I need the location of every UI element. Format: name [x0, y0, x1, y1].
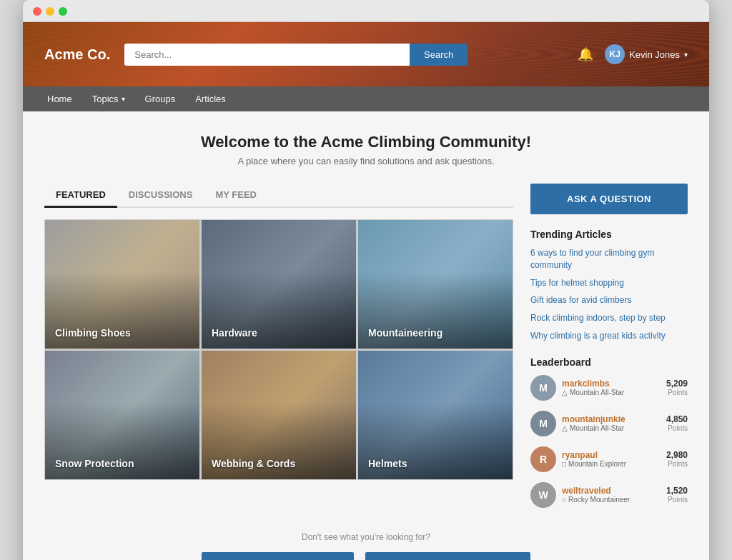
lb-avatar-1: M	[530, 375, 556, 401]
lb-avatar-2: M	[530, 411, 556, 436]
lb-points-2: 4,850	[666, 414, 688, 424]
sidebar: ASK A QUESTION Trending Articles 6 ways …	[530, 184, 688, 518]
footer-area: Don't see what you're looking for? ASK A…	[44, 518, 688, 560]
header-right: 🔔 KJ Kevin Jones ▾	[578, 44, 688, 64]
category-label-hardware: Hardware	[212, 327, 257, 339]
search-button[interactable]: Search	[410, 44, 468, 66]
dot-minimize[interactable]	[46, 7, 54, 16]
browser-window: Acme Co. Search 🔔 KJ Kevin Jones ▾ Home …	[23, 0, 709, 560]
category-label-helmets: Helmets	[368, 458, 407, 469]
user-name: Kevin Jones	[629, 49, 680, 60]
category-label-snow: Snow Protection	[55, 458, 134, 469]
user-menu[interactable]: KJ Kevin Jones ▾	[605, 44, 688, 64]
site-nav: Home Topics ▾ Groups Articles	[23, 86, 709, 111]
lb-points-4: 1,520	[666, 486, 688, 496]
lb-badge-2: △ Mountain All-Star	[562, 424, 661, 432]
leaderboard-item-3: R ryanpaul □ Mountain Explorer 2,980 Poi…	[530, 446, 688, 472]
trending-title: Trending Articles	[530, 229, 688, 240]
page-subtitle: A place where you can easily find soluti…	[44, 156, 688, 166]
nav-articles[interactable]: Articles	[185, 86, 236, 111]
trending-article-5[interactable]: Why climbing is a great kids activity	[530, 330, 688, 342]
tab-discussions[interactable]: DISCUSSIONS	[117, 184, 204, 208]
lb-badge-3: □ Mountain Explorer	[562, 460, 661, 468]
category-label-mountaineering: Mountaineering	[368, 327, 442, 339]
lb-points-3: 2,980	[666, 450, 688, 460]
nav-groups[interactable]: Groups	[135, 86, 186, 111]
site-header: Acme Co. Search 🔔 KJ Kevin Jones ▾	[23, 22, 709, 86]
page-title: Welcome to the Acme Climbing Community!	[44, 133, 688, 151]
lb-username-3[interactable]: ryanpaul	[562, 450, 661, 460]
category-label-shoes: Climbing Shoes	[55, 327, 131, 339]
lb-username-1[interactable]: markclimbs	[562, 379, 661, 389]
lb-avatar-3: R	[530, 446, 556, 472]
dot-close[interactable]	[33, 7, 41, 16]
lb-avatar-4: W	[530, 482, 556, 508]
category-card-webbing-cords[interactable]: Webbing & Cords	[202, 351, 356, 479]
footer-buttons: ASK A QUESTION CONTACT SUPPORT	[44, 552, 688, 560]
category-card-climbing-shoes[interactable]: Climbing Shoes	[45, 220, 199, 349]
trending-articles-section: Trending Articles 6 ways to find your cl…	[530, 229, 688, 342]
category-label-webbing: Webbing & Cords	[212, 458, 295, 469]
search-bar: Search	[124, 44, 468, 66]
trending-article-3[interactable]: Gift ideas for avid climbers	[530, 294, 688, 306]
leaderboard-item-2: M mountainjunkie △ Mountain All-Star 4,8…	[530, 411, 688, 436]
category-card-helmets[interactable]: Helmets	[358, 351, 513, 479]
category-card-mountaineering[interactable]: Mountaineering	[358, 220, 513, 349]
category-grid: Climbing Shoes Hardware Mountaineering	[44, 219, 513, 480]
leaderboard-item-1: M markclimbs △ Mountain All-Star 5,209 P…	[530, 375, 688, 401]
avatar: KJ	[605, 44, 625, 64]
browser-dots	[33, 7, 699, 16]
nav-home[interactable]: Home	[37, 86, 82, 111]
leaderboard-section: Leaderboard M markclimbs △ Mountain All-…	[530, 356, 688, 508]
search-input[interactable]	[124, 44, 410, 66]
footer-contact-button[interactable]: CONTACT SUPPORT	[365, 552, 530, 560]
lb-username-4[interactable]: welltraveled	[562, 486, 661, 496]
lb-points-1: 5,209	[666, 379, 688, 389]
site-logo: Acme Co.	[44, 46, 110, 63]
content-area: FEATURED DISCUSSIONS MY FEED Climbing Sh…	[44, 184, 513, 480]
chevron-down-icon: ▾	[684, 51, 688, 59]
chevron-down-icon: ▾	[122, 95, 125, 103]
page-body: Welcome to the Acme Climbing Community! …	[23, 111, 709, 560]
lb-username-2[interactable]: mountainjunkie	[562, 414, 661, 424]
trending-article-2[interactable]: Tips for helmet shopping	[530, 277, 688, 289]
footer-ask-button[interactable]: ASK A QUESTION	[202, 552, 355, 560]
footer-prompt: Don't see what you're looking for?	[44, 532, 688, 542]
lb-badge-1: △ Mountain All-Star	[562, 389, 661, 396]
trending-article-1[interactable]: 6 ways to find your climbing gym communi…	[530, 247, 688, 271]
tabs: FEATURED DISCUSSIONS MY FEED	[44, 184, 513, 208]
main-layout: FEATURED DISCUSSIONS MY FEED Climbing Sh…	[44, 184, 688, 518]
browser-chrome	[23, 0, 709, 22]
category-card-snow-protection[interactable]: Snow Protection	[45, 351, 199, 479]
page-hero: Welcome to the Acme Climbing Community! …	[44, 133, 688, 166]
tab-featured[interactable]: FEATURED	[44, 184, 117, 208]
notification-icon[interactable]: 🔔	[578, 46, 593, 62]
tab-myfeed[interactable]: MY FEED	[204, 184, 268, 208]
ask-question-button[interactable]: ASK A QUESTION	[530, 184, 688, 214]
dot-maximize[interactable]	[59, 7, 67, 16]
leaderboard-item-4: W welltraveled ○ Rocky Mountaineer 1,520…	[530, 482, 688, 508]
category-card-hardware[interactable]: Hardware	[202, 220, 356, 349]
trending-article-4[interactable]: Rock climbing indoors, step by step	[530, 312, 688, 324]
nav-topics[interactable]: Topics ▾	[82, 86, 135, 111]
leaderboard-title: Leaderboard	[530, 356, 688, 368]
lb-badge-4: ○ Rocky Mountaineer	[562, 496, 661, 504]
